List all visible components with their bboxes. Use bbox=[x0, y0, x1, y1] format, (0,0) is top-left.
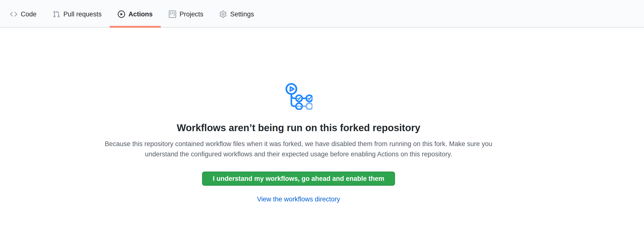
code-icon bbox=[10, 11, 17, 18]
tab-projects[interactable]: Projects bbox=[161, 0, 212, 28]
view-workflows-link[interactable]: View the workflows directory bbox=[257, 195, 340, 203]
page-title: Workflows aren’t being run on this forke… bbox=[101, 122, 496, 134]
workflow-graph-icon bbox=[284, 83, 312, 110]
project-icon bbox=[169, 11, 176, 18]
tab-actions[interactable]: Actions bbox=[110, 0, 161, 28]
blankslate-description: Because this repository contained workfl… bbox=[101, 139, 496, 159]
actions-blankslate: Workflows aren’t being run on this forke… bbox=[0, 28, 644, 203]
repo-tab-nav: Code Pull requests Actions Projects Sett… bbox=[0, 0, 644, 28]
tab-settings[interactable]: Settings bbox=[211, 0, 262, 28]
tab-label: Pull requests bbox=[64, 11, 102, 18]
tab-pull-requests[interactable]: Pull requests bbox=[45, 0, 110, 28]
gear-icon bbox=[220, 11, 227, 18]
tab-label: Code bbox=[21, 11, 37, 18]
tab-label: Actions bbox=[128, 11, 153, 18]
git-pull-request-icon bbox=[53, 11, 60, 18]
play-circle-icon bbox=[118, 11, 125, 18]
tab-label: Settings bbox=[230, 11, 254, 18]
enable-workflows-button[interactable]: I understand my workflows, go ahead and … bbox=[202, 171, 395, 186]
tab-label: Projects bbox=[180, 11, 204, 18]
tab-code[interactable]: Code bbox=[2, 0, 45, 28]
